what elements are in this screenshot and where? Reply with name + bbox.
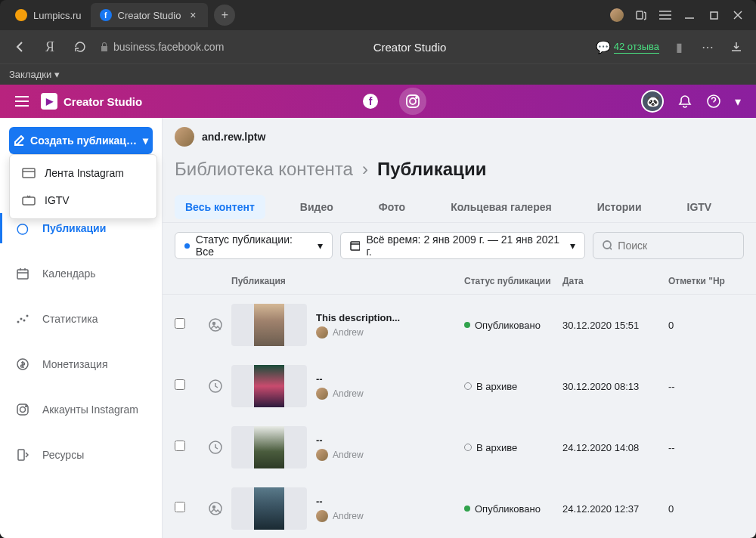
chevron-right-icon: ›: [362, 159, 368, 180]
svg-point-15: [416, 97, 417, 98]
table-row[interactable]: -- Andrew В архиве 30.12.2020 08:13 --: [163, 356, 756, 417]
avatar[interactable]: 🐼: [641, 90, 664, 113]
sidebar-item-resources[interactable]: Ресурсы: [0, 440, 162, 470]
row-checkbox[interactable]: [175, 502, 185, 512]
row-checkbox[interactable]: [175, 441, 185, 451]
calendar-icon: [350, 240, 361, 251]
tab-carousel[interactable]: Кольцевая галерея: [440, 192, 562, 222]
post-title: --: [316, 373, 364, 385]
maximize-button[interactable]: [702, 3, 726, 27]
app-logo[interactable]: ▶ Creator Studio: [41, 93, 142, 110]
table-row[interactable]: -- Andrew В архиве 24.12.2020 14:08 --: [163, 417, 756, 478]
post-author: Andrew: [316, 388, 364, 400]
thumbnail: [231, 487, 307, 530]
svg-point-31: [26, 406, 27, 407]
search-input[interactable]: [618, 240, 734, 252]
notifications-icon[interactable]: [677, 94, 692, 109]
collections-icon[interactable]: [629, 3, 653, 27]
status-cell: В архиве: [464, 442, 562, 453]
bookmarks-menu[interactable]: Закладки ▾: [9, 69, 60, 80]
logo-icon: ▶: [41, 93, 57, 110]
svg-point-38: [213, 323, 215, 325]
chevron-down-icon: ▾: [318, 240, 323, 252]
browser-tab-active[interactable]: f Creator Studio ×: [91, 3, 209, 27]
tab-stories[interactable]: Истории: [587, 192, 652, 222]
search-icon: [603, 240, 612, 251]
svg-point-14: [410, 98, 416, 104]
more-icon[interactable]: ⋯: [697, 36, 718, 57]
account-selector[interactable]: and.rew.lptw: [163, 118, 756, 156]
date-cell: 24.12.2020 14:08: [562, 442, 668, 453]
facebook-favicon-icon: f: [100, 9, 112, 21]
row-checkbox[interactable]: [175, 379, 185, 390]
chevron-down-icon: ▾: [570, 240, 575, 252]
svg-rect-33: [351, 242, 360, 250]
table-row[interactable]: This description... Andrew Опубликовано …: [163, 295, 756, 356]
likes-cell: 0: [668, 503, 744, 515]
thumbnail: [231, 304, 307, 346]
instagram-platform-button[interactable]: [399, 88, 426, 115]
thumbnail: [231, 365, 307, 407]
date-filter[interactable]: Всё время: 2 янв 2009 г. — 21 янв 2021 г…: [340, 232, 585, 259]
downloads-icon[interactable]: [726, 36, 747, 57]
svg-point-24: [17, 321, 20, 323]
lock-icon: [100, 42, 109, 52]
likes-cell: 0: [668, 320, 744, 331]
tab-video[interactable]: Видео: [290, 192, 344, 222]
col-date[interactable]: Дата: [562, 276, 668, 286]
svg-rect-5: [711, 12, 717, 19]
profile-icon[interactable]: [605, 3, 629, 27]
table-row[interactable]: -- Andrew Опубликовано 24.12.2020 12:37 …: [163, 478, 756, 538]
main-content: and.rew.lptw Библиотека контента › Публи…: [163, 118, 756, 538]
tab-all-content[interactable]: Весь контент: [175, 195, 265, 219]
tab-title: Lumpics.ru: [33, 10, 82, 21]
menu-icon[interactable]: [653, 3, 677, 27]
col-publication[interactable]: Публикация: [231, 276, 464, 286]
help-icon[interactable]: [706, 94, 721, 109]
minimize-button[interactable]: [677, 3, 702, 27]
dropdown-item-feed[interactable]: Лента Instagram: [10, 159, 156, 187]
chevron-down-icon[interactable]: ▾: [735, 94, 741, 109]
content-type-icon: [209, 502, 231, 515]
tab-igtv[interactable]: IGTV: [677, 192, 723, 222]
col-likes[interactable]: Отметки "Нр: [668, 276, 744, 286]
reviews-badge[interactable]: 💬42 отзыва: [596, 40, 659, 54]
feed-icon: [22, 168, 36, 178]
row-checkbox[interactable]: [175, 318, 185, 329]
browser-tab[interactable]: Lumpics.ru: [6, 3, 91, 27]
hamburger-icon[interactable]: [15, 96, 29, 107]
search-input-wrap: [593, 232, 744, 259]
bookmark-icon[interactable]: ▮: [668, 36, 689, 57]
sidebar-item-monetization[interactable]: Монетизация: [0, 349, 162, 379]
url-display[interactable]: business.facebook.com: [100, 41, 224, 53]
sidebar-item-calendar[interactable]: Календарь: [0, 258, 162, 289]
content-tabs: Весь контент Видео Фото Кольцевая галере…: [163, 192, 756, 223]
new-tab-button[interactable]: +: [214, 5, 235, 26]
close-tab-icon[interactable]: ×: [187, 9, 199, 21]
back-button[interactable]: [9, 36, 30, 57]
dropdown-item-igtv[interactable]: IGTV: [10, 187, 156, 214]
post-title: --: [316, 434, 364, 446]
facebook-platform-button[interactable]: f: [357, 88, 384, 115]
breadcrumb-parent[interactable]: Библиотека контента: [175, 159, 353, 180]
close-window-button[interactable]: [726, 3, 750, 27]
col-status[interactable]: Статус публикации: [464, 276, 562, 286]
reload-button[interactable]: [70, 36, 91, 57]
post-title: This description...: [316, 312, 400, 323]
address-bar: Я business.facebook.com Creator Studio 💬…: [0, 30, 756, 63]
sidebar-item-stats[interactable]: Статистика: [0, 304, 162, 334]
sidebar: Создать публикац… ▾ Лента Instagram IGTV…: [0, 118, 163, 538]
status-filter[interactable]: Статус публикации: Все ▾: [175, 232, 333, 259]
tab-title: Creator Studio: [118, 10, 181, 21]
tab-photo[interactable]: Фото: [368, 192, 416, 222]
yandex-icon[interactable]: Я: [39, 36, 60, 57]
calendar-icon: [15, 266, 30, 281]
igtv-icon: [22, 195, 36, 206]
sidebar-item-ig-accounts[interactable]: Аккаунты Instagram: [0, 394, 162, 425]
content-type-icon: [209, 318, 231, 332]
date-cell: 30.12.2020 08:13: [562, 381, 668, 392]
stats-icon: [15, 311, 30, 326]
svg-point-25: [20, 318, 23, 320]
create-post-button[interactable]: Создать публикац… ▾: [9, 127, 153, 154]
page-title: Creator Studio: [233, 41, 586, 54]
